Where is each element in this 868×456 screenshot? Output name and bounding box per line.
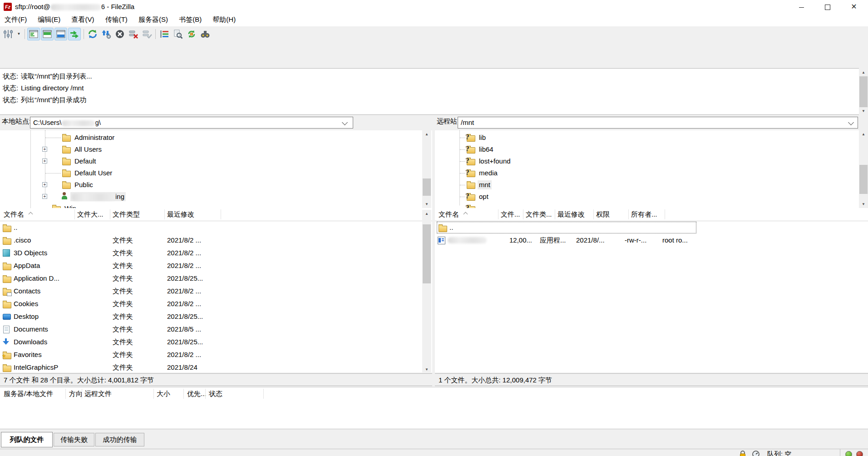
menu-bookmarks[interactable]: 书签(B) xyxy=(174,14,206,26)
question-mark-icon: ? xyxy=(465,133,469,141)
scrollbar-thumb[interactable] xyxy=(859,165,868,194)
close-button[interactable]: ✕ xyxy=(841,0,867,14)
local-tree-item[interactable]: + Public xyxy=(0,179,432,191)
expand-plus-icon[interactable]: + xyxy=(42,147,47,152)
column-header-modified[interactable]: 最近修改 xyxy=(557,208,585,221)
local-tree-item[interactable]: Win xyxy=(0,203,432,208)
scrollbar-thumb[interactable] xyxy=(423,224,431,283)
queue-column-size[interactable]: 大小 xyxy=(157,387,170,400)
scroll-up-arrow[interactable]: ▲ xyxy=(859,130,868,138)
column-header-permissions[interactable]: 权限 xyxy=(596,208,610,221)
log-scrollbar[interactable]: ▲ ▼ xyxy=(859,69,868,115)
menu-help[interactable]: 帮助(H) xyxy=(208,14,240,26)
column-header-owner[interactable]: 所有者... xyxy=(631,208,657,221)
scroll-down-arrow[interactable]: ▼ xyxy=(422,366,431,373)
refresh-button[interactable] xyxy=(86,28,99,40)
local-file-row[interactable]: AppData 文件夹 2021/8/2 ... xyxy=(0,259,432,272)
local-file-row[interactable]: Cookies 文件夹 2021/8/2 ... xyxy=(0,297,432,310)
column-header-filename[interactable]: 文件名 xyxy=(4,208,24,221)
cancel-operation-button[interactable] xyxy=(113,28,126,40)
column-header-filename[interactable]: 文件名 xyxy=(439,208,459,221)
reconnect-button[interactable] xyxy=(141,28,153,40)
local-tree-item[interactable]: + Default xyxy=(0,155,432,167)
chevron-down-icon[interactable] xyxy=(342,119,348,125)
toggle-message-log-button[interactable] xyxy=(27,28,40,40)
tab-successful-transfers[interactable]: 成功的传输 xyxy=(95,433,144,446)
redacted-filename-blur xyxy=(448,237,487,243)
local-file-row[interactable]: 3D Objects 文件夹 2021/8/2 ... xyxy=(0,247,432,259)
remote-tree-scrollbar[interactable]: ▲ ▼ xyxy=(859,130,868,208)
local-tree-item[interactable]: Administrator xyxy=(0,132,432,144)
site-manager-dropdown[interactable]: ▼ xyxy=(15,28,22,40)
menu-file[interactable]: 文件(F) xyxy=(0,14,31,26)
local-file-row[interactable]: Desktop 文件夹 2021/8/25... xyxy=(0,310,432,323)
expand-plus-icon[interactable]: + xyxy=(42,182,47,187)
menu-view[interactable]: 查看(V) xyxy=(67,14,99,26)
column-header-filetype[interactable]: 文件类... xyxy=(526,208,552,221)
remote-file-row[interactable]: 12,00... 应用程... 2021/8/... -rw-r-... roo… xyxy=(435,234,868,247)
directory-comparison-button[interactable] xyxy=(199,28,212,40)
scrollbar-thumb[interactable] xyxy=(859,76,868,107)
local-file-row[interactable]: IntelGraphicsP 文件夹 2021/8/24 xyxy=(0,361,432,372)
scrollbar-thumb[interactable] xyxy=(423,178,431,196)
site-manager-button[interactable] xyxy=(2,28,15,40)
maximize-button[interactable] xyxy=(814,0,841,14)
synchronized-browsing-button[interactable] xyxy=(185,28,198,40)
toggle-transfer-queue-button[interactable] xyxy=(68,28,81,40)
scroll-down-arrow[interactable]: ▼ xyxy=(859,200,868,208)
favorites-folder-icon xyxy=(3,353,11,359)
remote-tree-item[interactable]: ? lost+found xyxy=(435,155,859,167)
local-file-row[interactable]: Documents 文件夹 2021/8/5 ... xyxy=(0,323,432,336)
scroll-down-arrow[interactable]: ▼ xyxy=(422,200,431,208)
toggle-remote-tree-button[interactable] xyxy=(54,28,67,40)
queue-column-status[interactable]: 状态 xyxy=(209,387,222,400)
column-header-filesize[interactable]: 文件... xyxy=(501,208,520,221)
remote-path-combo[interactable]: /mnt xyxy=(458,117,858,129)
scroll-up-arrow[interactable]: ▲ xyxy=(422,210,431,218)
queue-column-direction[interactable]: 方向 xyxy=(69,387,83,400)
expand-plus-icon[interactable]: + xyxy=(42,159,47,164)
minimize-button[interactable] xyxy=(788,0,814,14)
local-file-row[interactable]: Favorites 文件夹 2021/8/2 ... xyxy=(0,348,432,361)
toggle-local-tree-button[interactable] xyxy=(41,28,54,40)
process-queue-button[interactable] xyxy=(100,28,113,40)
local-file-row[interactable]: .. xyxy=(0,221,432,234)
remote-tree-item[interactable]: ? lib64 xyxy=(435,144,859,155)
speed-limits-icon[interactable] xyxy=(752,451,760,456)
lock-icon[interactable] xyxy=(739,451,746,456)
menu-server[interactable]: 服务器(S) xyxy=(134,14,173,26)
remote-tree-item[interactable]: ? lib xyxy=(435,132,859,144)
local-tree-item[interactable]: Default User xyxy=(0,167,432,179)
remote-tree-item[interactable]: ? media xyxy=(435,167,859,179)
tab-queued-files[interactable]: 列队的文件 xyxy=(1,432,53,447)
local-path-combo[interactable]: C:\Users\g\ xyxy=(30,117,353,129)
remote-tree-item[interactable]: ? opt xyxy=(435,191,859,203)
remote-tree-item[interactable]: ? xyxy=(435,203,859,208)
local-list-scrollbar[interactable]: ▲ ▼ xyxy=(422,210,431,373)
tab-failed-transfers[interactable]: 传输失败 xyxy=(54,433,94,446)
queue-column-server-local[interactable]: 服务器/本地文件 xyxy=(4,387,53,400)
local-file-row[interactable]: Downloads 文件夹 2021/8/25... xyxy=(0,336,432,348)
remote-tree-item-selected[interactable]: mnt xyxy=(435,179,859,191)
column-header-modified[interactable]: 最近修改 xyxy=(167,208,194,221)
local-file-row[interactable]: Contacts 文件夹 2021/8/2 ... xyxy=(0,285,432,297)
scroll-up-arrow[interactable]: ▲ xyxy=(422,130,431,138)
disconnect-button[interactable] xyxy=(127,28,140,40)
scroll-up-arrow[interactable]: ▲ xyxy=(859,69,868,76)
scroll-down-arrow[interactable]: ▼ xyxy=(859,107,868,115)
local-tree-scrollbar[interactable]: ▲ ▼ xyxy=(422,130,431,208)
directory-listing-filter-button[interactable] xyxy=(158,28,171,40)
menu-edit[interactable]: 编辑(E) xyxy=(33,14,65,26)
remote-file-row-focused[interactable]: .. xyxy=(435,221,868,234)
column-header-filesize[interactable]: 文件大... xyxy=(77,208,104,221)
local-tree-item-selected[interactable]: + ing xyxy=(0,191,432,203)
local-file-row[interactable]: .cisco 文件夹 2021/8/2 ... xyxy=(0,234,432,247)
menu-transfer[interactable]: 传输(T) xyxy=(101,14,132,26)
queue-column-priority[interactable]: 优先... xyxy=(187,387,207,400)
queue-column-remote-file[interactable]: 远程文件 xyxy=(84,387,112,400)
local-tree-item[interactable]: + All Users xyxy=(0,144,432,155)
expand-plus-icon[interactable]: + xyxy=(42,194,47,199)
file-search-button[interactable] xyxy=(172,28,184,40)
column-header-filetype[interactable]: 文件类型 xyxy=(113,208,140,221)
local-file-row[interactable]: Application D... 文件夹 2021/8/25... xyxy=(0,272,432,285)
